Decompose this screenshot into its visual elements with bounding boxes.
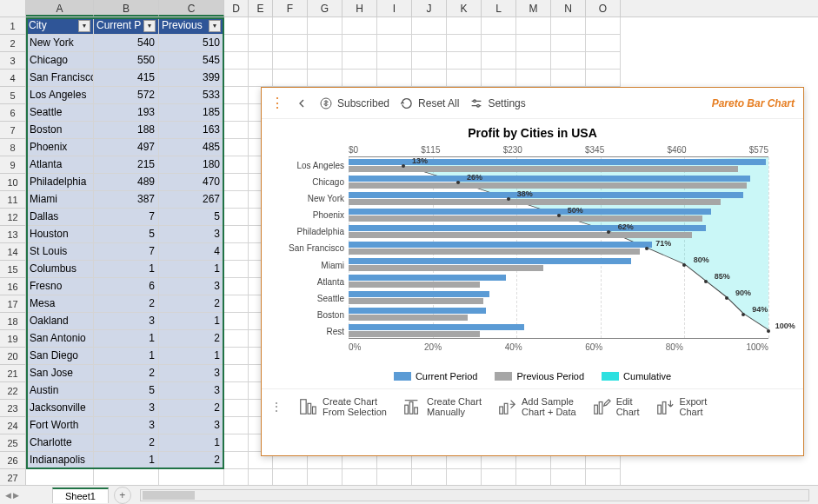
- cell[interactable]: [586, 35, 621, 52]
- cell[interactable]: [516, 70, 551, 87]
- cell[interactable]: [516, 469, 551, 487]
- data-cell[interactable]: 2: [94, 295, 159, 313]
- cell[interactable]: [447, 52, 482, 70]
- data-cell[interactable]: 3: [159, 417, 224, 434]
- cell[interactable]: [377, 52, 412, 70]
- cell[interactable]: [224, 191, 249, 209]
- row-header[interactable]: 19: [0, 330, 26, 348]
- data-cell[interactable]: 3: [94, 400, 159, 417]
- row-header[interactable]: 10: [0, 174, 26, 191]
- row-header[interactable]: 14: [0, 243, 26, 261]
- row-header[interactable]: 7: [0, 122, 26, 139]
- sheet-nav-arrows[interactable]: ◀▶: [0, 491, 52, 500]
- cell[interactable]: [224, 382, 249, 400]
- cell[interactable]: [249, 70, 273, 87]
- data-cell[interactable]: 3: [159, 382, 224, 400]
- cell[interactable]: [249, 35, 273, 52]
- cell[interactable]: [224, 400, 249, 417]
- export-chart-button[interactable]: ExportChart: [655, 396, 708, 417]
- data-cell[interactable]: 533: [159, 87, 224, 104]
- row-header[interactable]: 24: [0, 417, 26, 434]
- data-cell[interactable]: 510: [159, 35, 224, 52]
- row-header[interactable]: 20: [0, 348, 26, 365]
- data-cell[interactable]: 470: [159, 174, 224, 191]
- cell[interactable]: [273, 70, 308, 87]
- row-header[interactable]: 2: [0, 35, 26, 52]
- column-header[interactable]: J: [412, 0, 447, 17]
- cell[interactable]: [273, 17, 308, 35]
- bar-row[interactable]: San Francisco: [349, 240, 768, 256]
- cell[interactable]: [224, 87, 249, 104]
- cell[interactable]: [586, 52, 621, 70]
- chart-plot[interactable]: $0$115$230$345$460$575 Los Angeles13%Chi…: [349, 145, 768, 362]
- column-header[interactable]: B: [94, 0, 159, 17]
- data-cell[interactable]: 497: [94, 139, 159, 156]
- data-cell[interactable]: Fresno: [26, 278, 94, 295]
- data-cell[interactable]: 215: [94, 156, 159, 174]
- cell[interactable]: [224, 330, 249, 348]
- data-cell[interactable]: Oakland: [26, 313, 94, 330]
- cell[interactable]: [586, 70, 621, 87]
- cell[interactable]: [342, 35, 377, 52]
- data-cell[interactable]: 1: [159, 434, 224, 452]
- cell[interactable]: [551, 70, 586, 87]
- sheet-tab[interactable]: Sheet1: [52, 487, 109, 503]
- cell[interactable]: [273, 469, 308, 487]
- data-cell[interactable]: Miami: [26, 191, 94, 209]
- cell[interactable]: [308, 70, 342, 87]
- cell[interactable]: [586, 17, 621, 35]
- cell[interactable]: [377, 469, 412, 487]
- cell[interactable]: [551, 52, 586, 70]
- cell[interactable]: [224, 70, 249, 87]
- column-header[interactable]: H: [342, 0, 377, 17]
- data-cell[interactable]: 2: [159, 330, 224, 348]
- data-cell[interactable]: 2: [159, 452, 224, 469]
- cell[interactable]: [224, 417, 249, 434]
- data-cell[interactable]: 489: [94, 174, 159, 191]
- bar-row[interactable]: New York: [349, 190, 768, 207]
- data-cell[interactable]: 5: [159, 209, 224, 226]
- cell[interactable]: [308, 52, 342, 70]
- column-header[interactable]: L: [482, 0, 516, 17]
- data-cell[interactable]: Austin: [26, 382, 94, 400]
- data-cell[interactable]: 5: [94, 226, 159, 243]
- table-header-cell[interactable]: City▼: [26, 17, 94, 35]
- cell[interactable]: [224, 156, 249, 174]
- data-cell[interactable]: 1: [94, 452, 159, 469]
- cell[interactable]: [224, 52, 249, 70]
- data-cell[interactable]: New York: [26, 35, 94, 52]
- cell[interactable]: [308, 35, 342, 52]
- data-cell[interactable]: San Antonio: [26, 330, 94, 348]
- cell[interactable]: [273, 35, 308, 52]
- data-cell[interactable]: 3: [159, 278, 224, 295]
- cell[interactable]: [586, 469, 621, 487]
- back-button[interactable]: [295, 96, 309, 110]
- data-cell[interactable]: Boston: [26, 122, 94, 139]
- cell[interactable]: [412, 52, 447, 70]
- row-header[interactable]: 22: [0, 382, 26, 400]
- row-header[interactable]: 5: [0, 87, 26, 104]
- data-cell[interactable]: Los Angeles: [26, 87, 94, 104]
- cell[interactable]: [224, 365, 249, 382]
- data-cell[interactable]: Dallas: [26, 209, 94, 226]
- data-cell[interactable]: 2: [159, 400, 224, 417]
- cell[interactable]: [551, 469, 586, 487]
- bar-row[interactable]: Chicago: [349, 174, 768, 190]
- cell[interactable]: [224, 261, 249, 278]
- cell[interactable]: [249, 469, 273, 487]
- cell[interactable]: [342, 17, 377, 35]
- row-header[interactable]: 18: [0, 313, 26, 330]
- data-cell[interactable]: Columbus: [26, 261, 94, 278]
- cell[interactable]: [516, 52, 551, 70]
- data-cell[interactable]: Phoenix: [26, 139, 94, 156]
- column-header[interactable]: F: [273, 0, 308, 17]
- data-cell[interactable]: 415: [94, 70, 159, 87]
- data-cell[interactable]: Jacksonville: [26, 400, 94, 417]
- data-cell[interactable]: 1: [94, 348, 159, 365]
- create-from-selection-button[interactable]: Create ChartFrom Selection: [298, 396, 387, 417]
- cell[interactable]: [551, 35, 586, 52]
- column-header[interactable]: E: [249, 0, 273, 17]
- action-menu-dots-icon[interactable]: ⋮: [270, 400, 283, 414]
- add-sheet-button[interactable]: +: [114, 487, 131, 504]
- cell[interactable]: [482, 469, 516, 487]
